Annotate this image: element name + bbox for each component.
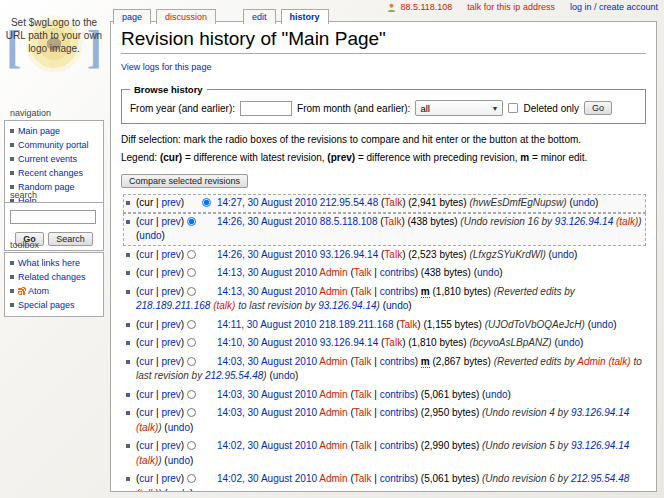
diff-radio[interactable] bbox=[187, 408, 196, 417]
comment-talk-link[interactable]: (talk) bbox=[136, 488, 158, 493]
user-link[interactable]: 218.189.211.168 bbox=[319, 319, 393, 330]
talk-link[interactable]: Talk bbox=[354, 407, 372, 418]
prev-link[interactable]: prev bbox=[161, 319, 180, 330]
diff-radio[interactable] bbox=[187, 320, 196, 329]
prev-link[interactable]: prev bbox=[161, 197, 180, 208]
user-link[interactable]: 88.5.118.108 bbox=[320, 216, 378, 227]
sidebar-link-current-events[interactable]: Current events bbox=[18, 154, 77, 164]
sidebar-link-related-changes[interactable]: Related changes bbox=[18, 272, 86, 282]
diff-radio[interactable] bbox=[202, 198, 211, 207]
revision-date-link[interactable]: 14:11, 30 August 2010 bbox=[217, 319, 316, 330]
username-link[interactable]: 88.5.118.108 bbox=[400, 2, 452, 12]
diff-radio[interactable] bbox=[187, 390, 196, 399]
revision-date-link[interactable]: 14:02, 30 August 2010 bbox=[217, 473, 317, 484]
comment-talk-link[interactable]: (talk) bbox=[608, 356, 630, 367]
revision-date-link[interactable]: 14:13, 30 August 2010 bbox=[217, 286, 317, 297]
revision-date-link[interactable]: 14:02, 30 August 2010 bbox=[217, 440, 317, 451]
comment-user-link[interactable]: 212.95.54.48 bbox=[205, 370, 263, 381]
comment-user-link[interactable]: 93.126.94.14 bbox=[571, 407, 629, 418]
revision-date-link[interactable]: 14:27, 30 August 2010 bbox=[217, 197, 317, 208]
diff-radio[interactable] bbox=[187, 217, 196, 226]
cur-link[interactable]: cur bbox=[139, 389, 153, 400]
diff-radio[interactable] bbox=[187, 474, 196, 483]
comment-talk-link[interactable]: (talk) bbox=[136, 422, 158, 433]
talk-link[interactable]: Talk bbox=[354, 286, 372, 297]
revision-date-link[interactable]: 14:03, 30 August 2010 bbox=[217, 389, 317, 400]
revision-date-link[interactable]: 14:10, 30 August 2010 bbox=[217, 337, 317, 348]
year-input[interactable] bbox=[240, 101, 292, 116]
talk-link[interactable]: Talk bbox=[354, 356, 372, 367]
talk-link[interactable]: Talk bbox=[384, 337, 402, 348]
comment-talk-link[interactable]: (talk) bbox=[616, 216, 638, 227]
search-input[interactable] bbox=[10, 210, 96, 224]
diff-radio[interactable] bbox=[187, 250, 196, 259]
comment-user-link[interactable]: 218.189.211.168 bbox=[136, 300, 210, 311]
undo-link[interactable]: undo bbox=[485, 389, 507, 400]
tab-discussion[interactable]: discussion bbox=[156, 9, 216, 24]
diff-radio[interactable] bbox=[187, 338, 196, 347]
talk-link[interactable]: Talk bbox=[354, 389, 372, 400]
undo-link[interactable]: undo bbox=[168, 422, 190, 433]
talk-link[interactable]: Talk bbox=[384, 216, 402, 227]
wiki-logo[interactable]: [ ] Set $wgLogo to the URL path to your … bbox=[0, 6, 108, 102]
tab-history[interactable]: history bbox=[281, 9, 329, 24]
user-link[interactable]: Admin bbox=[319, 407, 347, 418]
tab-edit[interactable]: edit bbox=[243, 9, 276, 24]
cur-link[interactable]: cur bbox=[139, 216, 153, 227]
comment-talk-link[interactable]: (talk) bbox=[136, 455, 158, 466]
talk-link[interactable]: Talk bbox=[384, 197, 402, 208]
undo-link[interactable]: undo bbox=[273, 370, 295, 381]
prev-link[interactable]: prev bbox=[161, 473, 180, 484]
cur-link[interactable]: cur bbox=[139, 407, 153, 418]
undo-link[interactable]: undo bbox=[139, 230, 161, 241]
prev-link[interactable]: prev bbox=[161, 356, 180, 367]
undo-link[interactable]: undo bbox=[168, 488, 190, 493]
browse-go-button[interactable]: Go bbox=[584, 101, 612, 115]
undo-link[interactable]: undo bbox=[168, 455, 190, 466]
contribs-link[interactable]: contribs bbox=[380, 440, 415, 451]
undo-link[interactable]: undo bbox=[573, 197, 595, 208]
diff-radio[interactable] bbox=[187, 441, 196, 450]
sidebar-link-main-page[interactable]: Main page bbox=[18, 126, 60, 136]
comment-user-link[interactable]: 93.126.94.14 bbox=[318, 300, 376, 311]
compare-selected-button-top[interactable]: Compare selected revisions bbox=[121, 174, 248, 188]
prev-link[interactable]: prev bbox=[161, 267, 180, 278]
cur-link[interactable]: cur bbox=[139, 473, 153, 484]
user-link[interactable]: Admin bbox=[319, 267, 347, 278]
comment-talk-link[interactable]: Admin bbox=[577, 356, 605, 367]
talk-link[interactable]: Talk bbox=[354, 440, 372, 451]
prev-link[interactable]: prev bbox=[161, 286, 180, 297]
sidebar-link-recent-changes[interactable]: Recent changes bbox=[18, 168, 83, 178]
user-link[interactable]: 212.95.54.48 bbox=[320, 197, 378, 208]
month-select[interactable]: all ▼ bbox=[415, 100, 503, 116]
sidebar-link-what-links-here[interactable]: What links here bbox=[18, 258, 80, 268]
cur-link[interactable]: cur bbox=[139, 249, 153, 260]
revision-date-link[interactable]: 14:03, 30 August 2010 bbox=[217, 356, 317, 367]
cur-link[interactable]: cur bbox=[139, 337, 153, 348]
contribs-link[interactable]: contribs bbox=[380, 473, 415, 484]
sidebar-link-community-portal[interactable]: Community portal bbox=[18, 140, 89, 150]
revision-date-link[interactable]: 14:26, 30 August 2010 bbox=[217, 249, 317, 260]
undo-link[interactable]: undo bbox=[477, 267, 499, 278]
contribs-link[interactable]: contribs bbox=[380, 389, 415, 400]
comment-user-link[interactable]: 93.126.94.14 bbox=[555, 216, 613, 227]
revision-date-link[interactable]: 14:26, 30 August 2010 bbox=[217, 216, 317, 227]
cur-link[interactable]: cur bbox=[139, 356, 153, 367]
prev-link[interactable]: prev bbox=[161, 249, 180, 260]
diff-radio[interactable] bbox=[187, 268, 196, 277]
revision-date-link[interactable]: 14:13, 30 August 2010 bbox=[217, 267, 317, 278]
prev-link[interactable]: prev bbox=[161, 389, 180, 400]
user-link[interactable]: Admin bbox=[319, 440, 347, 451]
cur-link[interactable]: cur bbox=[139, 319, 153, 330]
undo-link[interactable]: undo bbox=[558, 337, 580, 348]
cur-link[interactable]: cur bbox=[139, 286, 153, 297]
user-link[interactable]: 93.126.94.14 bbox=[320, 249, 378, 260]
talk-link[interactable]: Talk bbox=[400, 319, 418, 330]
user-link[interactable]: 93.126.94.14 bbox=[320, 337, 378, 348]
comment-talk-link[interactable]: (talk) bbox=[213, 300, 235, 311]
tab-page[interactable]: page bbox=[113, 9, 151, 24]
contribs-link[interactable]: contribs bbox=[380, 356, 415, 367]
ip-talk-link[interactable]: talk for this ip address bbox=[467, 2, 555, 12]
contribs-link[interactable]: contribs bbox=[380, 267, 415, 278]
prev-link[interactable]: prev bbox=[161, 337, 180, 348]
